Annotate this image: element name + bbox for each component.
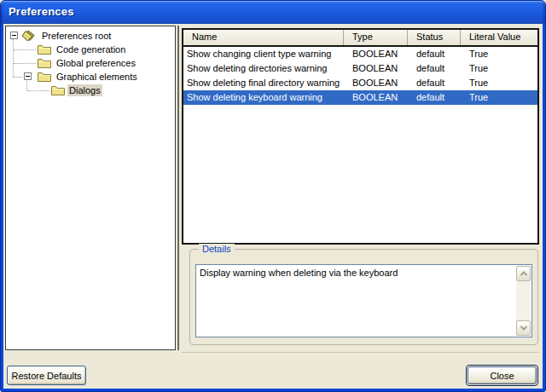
table-row-selected[interactable]: Show deleting keyboard warning BOOLEAN d… <box>183 90 537 105</box>
column-header-type[interactable]: Type <box>344 30 408 45</box>
column-header-status[interactable]: Status <box>408 30 461 45</box>
cell-literal-value: True <box>461 76 537 90</box>
table-row[interactable]: Show deleting final directory warning BO… <box>183 76 537 90</box>
table-row[interactable]: Show changing client type warning BOOLEA… <box>183 47 537 61</box>
cell-type: BOOLEAN <box>344 47 408 61</box>
tree-item-code-generation[interactable]: Code generation <box>7 43 174 56</box>
cell-name: Show deleting directories warning <box>183 61 344 76</box>
scroll-down-button[interactable] <box>516 320 531 336</box>
cell-status: default <box>408 76 461 90</box>
tree-item-global-preferences[interactable]: Global preferences <box>7 56 174 70</box>
chevron-down-icon <box>519 324 529 332</box>
tree-item-label: Dialogs <box>67 84 102 96</box>
details-scrollbar[interactable] <box>516 266 531 336</box>
cell-name: Show changing client type warning <box>183 47 344 61</box>
folder-icon <box>38 43 52 55</box>
preferences-root-icon <box>21 30 36 42</box>
tree-item-label: Graphical elements <box>55 71 139 83</box>
folder-icon <box>38 57 52 69</box>
cell-literal-value: True <box>461 90 537 105</box>
column-header-name[interactable]: Name <box>183 30 344 45</box>
collapse-toggle-icon[interactable] <box>10 32 18 39</box>
cell-name: Show deleting keyboard warning <box>183 90 344 105</box>
cell-literal-value: True <box>461 61 537 76</box>
cell-literal-value: True <box>461 47 537 61</box>
restore-defaults-button[interactable]: Restore Defaults <box>7 366 86 385</box>
tree-item-label: Preferences root <box>40 30 113 42</box>
close-button[interactable]: Close <box>468 366 537 384</box>
preferences-tree: Preferences root Code generation <box>5 26 176 350</box>
folder-icon <box>51 84 66 96</box>
table-header: Name Type Status Literal Value <box>183 30 537 45</box>
folder-icon <box>38 71 52 83</box>
tree-item-graphical-elements[interactable]: Graphical elements <box>7 70 174 84</box>
properties-table: Name Type Status Literal Value Show chan… <box>182 28 539 245</box>
details-text: Display warning when deleting via the ke… <box>200 267 513 279</box>
cell-type: BOOLEAN <box>344 90 408 105</box>
details-group-label: Details <box>199 244 235 255</box>
cell-status: default <box>408 61 461 76</box>
cell-type: BOOLEAN <box>344 76 408 90</box>
panel-splitter[interactable] <box>177 26 179 350</box>
panel-divider <box>182 352 539 353</box>
scroll-up-button[interactable] <box>516 266 531 281</box>
chevron-up-icon <box>519 269 529 278</box>
preferences-dialog: Preferences Preferences root <box>0 0 546 392</box>
cell-status: default <box>408 90 461 105</box>
window-title: Preferences <box>9 5 74 18</box>
cell-status: default <box>408 47 461 61</box>
column-header-literal-value[interactable]: Literal Value <box>461 30 537 45</box>
details-group: Details Display warning when deleting vi… <box>189 249 538 345</box>
tree-item-label: Global preferences <box>55 57 137 69</box>
tree-item-preferences-root[interactable]: Preferences root <box>7 29 174 43</box>
cell-name: Show deleting final directory warning <box>183 76 344 90</box>
tree-item-dialogs[interactable]: Dialogs <box>7 84 174 97</box>
tree-item-label: Code generation <box>55 43 127 55</box>
details-text-area[interactable]: Display warning when deleting via the ke… <box>195 264 532 337</box>
titlebar[interactable]: Preferences <box>1 1 545 24</box>
close-button-focus-ring: Close <box>466 365 538 386</box>
collapse-toggle-icon[interactable] <box>24 72 32 80</box>
cell-type: BOOLEAN <box>344 61 408 76</box>
table-row[interactable]: Show deleting directories warning BOOLEA… <box>183 61 537 76</box>
dialog-body: Preferences root Code generation <box>3 24 543 389</box>
